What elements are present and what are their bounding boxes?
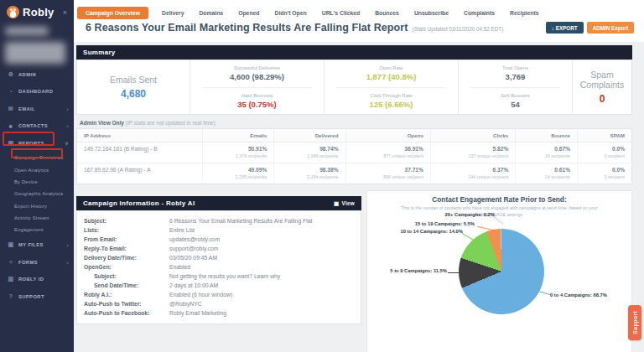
engagement-pie [459, 229, 544, 314]
chevron-right-icon: › [67, 260, 69, 265]
sidebar-item-reports[interactable]: ▤ REPORTS ∨ [0, 134, 74, 152]
field-subject: Subject:6 Reasons Your Email Marketing R… [84, 216, 354, 225]
tab-bounces[interactable]: Bounces [373, 7, 401, 19]
emails-sent-value: 4,680 [77, 88, 190, 100]
slice-label-15to19: 15 to 19 Campaigns: 5.5% [391, 221, 475, 226]
contacts-icon: ☻ [8, 123, 14, 129]
soft-bounces-label: Soft Bounces [470, 93, 560, 98]
sidebar-item-forms[interactable]: ≡ FORMS › [0, 254, 74, 271]
admin-view-only-note: Admin View Only (IP stats are not update… [80, 120, 632, 126]
summary-panel: Emails Sent 4,680 Successful Deliveries … [76, 60, 632, 115]
stats-updated-note: (Stats Updated 03/11/2020 04:52 EDT) [413, 26, 504, 32]
field-delivery-datetime: Delivery Date/Time:03/05/20 09:45 AM [84, 253, 354, 262]
submenu-by-device[interactable]: By Device [0, 176, 74, 188]
ip-stats-table: IP Address Emails Delivered Opens Clicks… [76, 128, 632, 184]
app-window: Robly × ⚙ ADMIN ◔ DASHBOARD ✉ EMAIL › ☻ … [0, 0, 644, 352]
field-opengen-subject: Subject:Not getting the results you want… [84, 272, 354, 281]
sidebar-item-support[interactable]: ? SUPPORT [0, 288, 74, 305]
submenu-engagement[interactable]: Engagement [0, 224, 74, 236]
submenu-campaign-overviews[interactable]: Campaign Overviews [0, 152, 74, 163]
download-icon: ↓ [552, 25, 554, 31]
click-through-rate-value: 125 (6.66%) [336, 100, 446, 109]
leader-line-15to19 [477, 226, 494, 230]
leader-line-10to14 [462, 233, 474, 241]
content: Summary Emails Sent 4,680 Successful Del… [74, 42, 644, 352]
sidebar-nav: ⚙ ADMIN ◔ DASHBOARD ✉ EMAIL › ☻ CONTACTS… [0, 65, 74, 305]
gauge-icon: ◔ [8, 89, 14, 95]
table-row: 149.72.164.181 (B Rating) - B 50.91%2,37… [77, 142, 632, 163]
table-header-row: IP Address Emails Delivered Opens Clicks… [77, 129, 632, 142]
chevron-right-icon: › [67, 242, 69, 247]
submenu-activity-stream[interactable]: Activity Stream [0, 212, 74, 224]
tab-campaign-overview[interactable]: Campaign Overview [77, 7, 148, 19]
chart-title: Contact Engagement Rate Prior to Send: [367, 195, 631, 204]
admin-export-button[interactable]: ADMIN Export [587, 22, 634, 34]
total-opens-label: Total Opens [470, 65, 560, 70]
total-opens-value: 3,769 [470, 72, 560, 81]
emails-sent-label: Emails Sent [77, 75, 190, 85]
submenu-export-history[interactable]: Export History [0, 200, 74, 212]
envelope-icon: ✉ [8, 106, 14, 112]
open-rate-value: 1,877 (40.8%) [336, 72, 446, 81]
sidebar-item-contacts[interactable]: ☻ CONTACTS › [0, 117, 74, 134]
hard-bounced-label: Hard Bounced [202, 93, 312, 98]
campaign-info-title: Campaign Information - Robly AI [83, 199, 195, 207]
id-card-icon: ▥ [8, 276, 14, 282]
slice-label-10to14: 10 to 14 Campaigns: 14.0% [379, 229, 463, 234]
redacted-account-name [5, 27, 49, 35]
tab-domains[interactable]: Domains [197, 7, 225, 19]
slice-label-20plus: 20+ Campaigns: 0.2% [411, 212, 495, 217]
col-opens: Opens [345, 129, 430, 142]
report-tabs: Campaign Overview Delivery Domains Opene… [74, 0, 644, 19]
col-delivered: Delivered [274, 129, 345, 142]
tab-opened[interactable]: Opened [236, 7, 261, 19]
monitor-icon: ▣ [334, 200, 339, 207]
export-button[interactable]: ↓ EXPORT [546, 22, 584, 34]
tab-recipients[interactable]: Recipients [508, 7, 540, 19]
chevron-down-icon: ∨ [65, 140, 69, 146]
field-autopush-twitter: Auto-Push to Twitter:@RoblyNYC [84, 299, 354, 308]
tab-complaints[interactable]: Complaints [462, 7, 496, 19]
submenu-open-analytics[interactable]: Open Analytics [0, 163, 74, 175]
sidebar-item-my-files[interactable]: ▣ MY FILES › [0, 236, 74, 254]
support-floating-tab[interactable]: Support [628, 305, 641, 340]
wrench-icon: ⚙ [8, 71, 14, 78]
field-from-email: From Email:updates@robly.com [84, 235, 354, 244]
chevron-right-icon: › [67, 106, 69, 111]
folder-icon: ▣ [8, 241, 14, 248]
click-through-rate-label: Click-Through Rate [336, 93, 446, 98]
field-autopush-facebook: Auto-Push to Facebook:Robly Email Market… [84, 308, 354, 318]
tab-urls-clicked[interactable]: URL's Clicked [320, 7, 361, 19]
tab-delivery[interactable]: Delivery [160, 7, 185, 19]
forms-icon: ≡ [8, 259, 14, 265]
field-opengen: OpenGen:Enabled [84, 262, 354, 272]
sidebar-item-dashboard[interactable]: ◔ DASHBOARD [0, 83, 74, 100]
sidebar-item-email[interactable]: ✉ EMAIL › [0, 100, 74, 117]
sidebar: Robly × ⚙ ADMIN ◔ DASHBOARD ✉ EMAIL › ☻ … [0, 0, 74, 352]
tab-didnt-open[interactable]: Didn't Open [273, 7, 308, 19]
soft-bounces-value: 54 [470, 100, 560, 109]
col-spam: SPAM [578, 129, 632, 142]
col-clicks: Clicks [430, 129, 515, 142]
col-emails: Emails [203, 129, 274, 142]
reports-icon: ▤ [8, 140, 14, 147]
sidebar-close-icon[interactable]: × [61, 8, 69, 17]
topbar: Campaign Overview Delivery Domains Opene… [74, 0, 644, 42]
tab-unsubscribe[interactable]: Unsubscribe [413, 7, 450, 19]
successful-deliveries-value: 4,600 (98.29%) [202, 72, 312, 81]
field-opengen-send-datetime: Send Date/Time:2 days at 10:00 AM [84, 281, 354, 290]
spam-complaints-label: Spam Complaints [573, 70, 631, 90]
leader-line-5to9 [448, 272, 460, 273]
campaign-info-panel: Campaign Information - Robly AI ▣ View S… [76, 196, 361, 324]
sidebar-item-robly-id[interactable]: ▥ ROBLY ID [0, 271, 74, 288]
view-button[interactable]: ▣ View [334, 200, 355, 207]
ip-address-cell: 149.72.164.181 (B Rating) - B [77, 142, 203, 163]
submenu-geographic-analytics[interactable]: Geographic Analytics [0, 188, 74, 199]
col-ip-address: IP Address [77, 129, 203, 142]
sidebar-item-admin[interactable]: ⚙ ADMIN [0, 65, 74, 83]
page-title: 6 Reasons Your Email Marketing Results A… [86, 22, 408, 34]
reports-submenu: Campaign Overviews Open Analytics By Dev… [0, 152, 74, 236]
redacted-account-info [5, 42, 65, 64]
support-icon: ? [8, 293, 14, 299]
field-lists: Lists:Entire List [84, 225, 354, 235]
